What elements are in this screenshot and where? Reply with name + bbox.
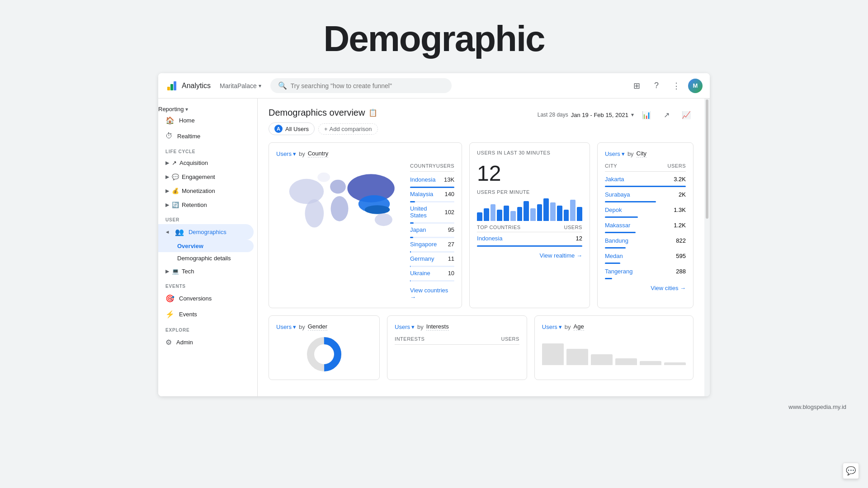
svg-point-3 xyxy=(289,179,324,204)
users-dropdown-icon: ▾ xyxy=(293,150,296,157)
monetization-arrow-icon: ▶ xyxy=(165,188,169,194)
city-name[interactable]: Depok xyxy=(605,206,622,213)
city-table-row: Surabaya 2K xyxy=(605,189,686,200)
country-name[interactable]: Malaysia xyxy=(410,191,433,197)
gender-donut-svg xyxy=(306,336,342,372)
city-bar xyxy=(605,232,636,233)
mini-bar-15 xyxy=(577,207,582,221)
view-cities-link[interactable]: View cities → xyxy=(605,285,686,291)
sidebar-item-home[interactable]: 🏠 Home xyxy=(158,113,254,128)
user-avatar[interactable]: M xyxy=(688,79,703,93)
svg-point-11 xyxy=(317,173,330,182)
country-name[interactable]: Japan xyxy=(410,226,426,233)
apps-icon-button[interactable]: ⊞ xyxy=(628,78,645,94)
property-selector[interactable]: MaritaPalace ▾ xyxy=(216,80,265,91)
search-input[interactable] xyxy=(291,82,444,89)
svg-point-4 xyxy=(305,199,324,228)
country-card-header: Users ▾ by Country xyxy=(276,150,454,158)
age-dropdown-icon: ▾ xyxy=(559,324,562,330)
sidebar-item-acquisition[interactable]: ▶ ↗ Acquisition xyxy=(158,156,257,170)
reporting-dropdown[interactable]: Reporting ▾ xyxy=(158,106,188,113)
sidebar-item-demographics[interactable]: ▼ 👥 Demographics xyxy=(158,224,254,240)
gender-users-dropdown[interactable]: Users ▾ xyxy=(276,324,296,330)
sidebar-item-retention[interactable]: ▶ 🔄 Retention xyxy=(158,198,257,212)
sidebar-item-tech[interactable]: ▶ 💻 Tech xyxy=(158,264,257,278)
interests-card: Users ▾ by Interests INTERESTS USERS xyxy=(387,315,527,380)
country-name[interactable]: Indonesia xyxy=(410,176,435,183)
events-icon: ⚡ xyxy=(165,310,175,319)
help-icon-button[interactable]: ? xyxy=(648,78,665,94)
sidebar-acquisition-label: Acquisition xyxy=(179,160,208,166)
mini-bar-12 xyxy=(557,206,562,221)
tech-arrow-icon: ▶ xyxy=(165,268,169,274)
mini-bar-5 xyxy=(510,211,516,221)
home-icon: 🏠 xyxy=(165,116,175,125)
age-users-dropdown[interactable]: Users ▾ xyxy=(542,324,562,330)
filter-row: A All Users + Add comparison xyxy=(269,122,378,135)
save-icon-button[interactable]: 📊 xyxy=(639,108,654,122)
all-users-badge[interactable]: A All Users xyxy=(269,122,315,135)
search-bar: 🔍 xyxy=(270,78,452,93)
mini-bar-8 xyxy=(530,208,536,221)
more-icon-button[interactable]: ⋮ xyxy=(668,78,684,94)
gender-card: Users ▾ by Gender xyxy=(269,315,380,380)
city-name[interactable]: Medan xyxy=(605,253,623,259)
age-card: Users ▾ by Age xyxy=(534,315,693,380)
view-realtime-link[interactable]: View realtime → xyxy=(477,252,582,259)
scrollbar-thumb[interactable] xyxy=(706,99,708,219)
city-name[interactable]: Makassar xyxy=(605,222,630,229)
city-users-dropdown[interactable]: Users ▾ xyxy=(605,150,625,157)
country-card: Users ▾ by Country xyxy=(269,142,462,308)
property-name: MaritaPalace xyxy=(220,82,257,89)
city-name[interactable]: Surabaya xyxy=(605,191,630,198)
age-bar-2 xyxy=(566,349,588,365)
country-name[interactable]: Ukraine xyxy=(410,270,430,277)
city-table-row: Bandung 822 xyxy=(605,235,686,246)
country-name[interactable]: Germany xyxy=(410,255,434,262)
chat-icon-button[interactable]: 💬 xyxy=(843,463,859,479)
sidebar-conversions-label: Conversions xyxy=(179,295,212,302)
sidebar-item-realtime[interactable]: ⏱ Realtime xyxy=(158,128,254,144)
svg-rect-2 xyxy=(174,81,176,90)
city-name[interactable]: Bandung xyxy=(605,237,628,244)
share-icon-button[interactable]: ↗ xyxy=(659,108,674,122)
sidebar-sub-item-demographic-details[interactable]: Demographic details xyxy=(158,252,254,264)
city-name[interactable]: Tangerang xyxy=(605,268,632,275)
top-country-name[interactable]: Indonesia xyxy=(477,235,502,242)
city-card-header: Users ▾ by City xyxy=(605,150,686,158)
sidebar-retention-label: Retention xyxy=(182,202,207,208)
age-card-header: Users ▾ by Age xyxy=(542,323,686,331)
interests-users-dropdown[interactable]: Users ▾ xyxy=(395,324,415,330)
page-title-text: Demographics overview xyxy=(269,108,365,118)
search-icon: 🔍 xyxy=(278,81,287,90)
city-users: 3.2K xyxy=(674,176,686,183)
sidebar-item-monetization[interactable]: ▶ 💰 Monetization xyxy=(158,184,257,198)
page-footer: www.blogspedia.my.id xyxy=(0,396,868,418)
city-by-label: by xyxy=(627,150,634,157)
country-table-row: Malaysia 140 xyxy=(410,188,454,200)
col-country-header: COUNTRY xyxy=(410,163,436,169)
more-options-icon-button[interactable]: 📈 xyxy=(679,108,693,122)
view-countries-link[interactable]: View countries → xyxy=(410,287,454,300)
col-city-header: CITY xyxy=(605,163,617,169)
sidebar-item-conversions[interactable]: 🎯 Conversions xyxy=(158,291,254,306)
country-users: 95 xyxy=(448,226,454,233)
sidebar-item-engagement[interactable]: ▶ 💬 Engagement xyxy=(158,170,257,184)
content-area: Demographics overview 📋 A All Users + Ad… xyxy=(258,99,704,396)
sidebar-item-events[interactable]: ⚡ Events xyxy=(158,306,254,322)
add-comparison-button[interactable]: + Add comparison xyxy=(318,123,378,135)
interests-users-label: Users xyxy=(395,324,410,330)
svg-point-5 xyxy=(330,180,346,194)
scrollbar-track[interactable] xyxy=(704,99,710,396)
country-name[interactable]: United States xyxy=(410,205,444,219)
date-range[interactable]: Last 28 days Jan 19 - Feb 15, 2021 ▾ xyxy=(538,112,634,118)
country-name[interactable]: Singapore xyxy=(410,241,437,248)
page-hero: Demographic xyxy=(0,0,868,73)
add-comparison-label: Add comparison xyxy=(330,126,372,132)
city-users: 1.2K xyxy=(674,222,686,229)
users-dropdown[interactable]: Users ▾ xyxy=(276,150,296,157)
city-name[interactable]: Jakarta xyxy=(605,176,624,183)
sidebar-item-admin[interactable]: ⚙ Admin xyxy=(158,334,254,350)
country-table-row: Indonesia 13K xyxy=(410,174,454,186)
sidebar-sub-item-overview[interactable]: Overview xyxy=(158,240,254,252)
